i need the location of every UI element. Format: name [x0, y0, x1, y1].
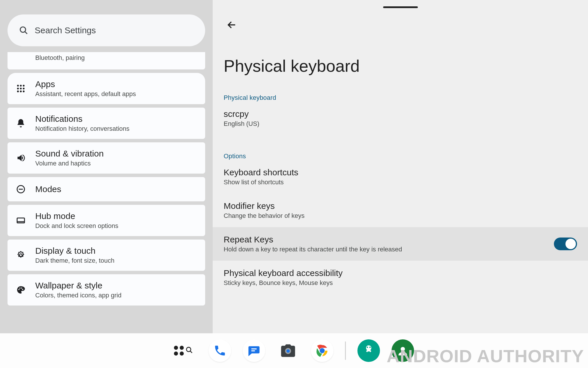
svg-line-1	[25, 32, 27, 34]
sidebar-item-subtitle: Assistant, recent apps, default apps	[35, 90, 136, 98]
drag-handle[interactable]	[383, 6, 418, 8]
bell-icon	[16, 118, 26, 128]
svg-line-22	[190, 351, 192, 353]
sidebar-item-sound[interactable]: Sound & vibration Volume and haptics	[8, 142, 205, 174]
search-icon	[186, 346, 193, 355]
repeat-keys-toggle[interactable]	[554, 238, 577, 250]
brightness-icon	[16, 250, 26, 260]
magisk-icon	[362, 344, 375, 357]
sidebar-item-subtitle: Bluetooth, pairing	[35, 54, 85, 62]
arrow-back-icon	[227, 20, 237, 30]
svg-point-16	[18, 289, 20, 290]
svg-point-9	[20, 91, 22, 92]
settings-detail-pane: Physical keyboard Physical keyboard scrc…	[213, 0, 588, 333]
svg-point-5	[17, 88, 19, 89]
svg-point-8	[17, 91, 19, 92]
messages-icon	[247, 344, 261, 357]
dock-icon	[16, 216, 26, 225]
taskbar: ANDROID AUTHORITY	[0, 333, 588, 368]
all-apps-button[interactable]	[174, 346, 193, 356]
pref-title: Modifier keys	[224, 201, 577, 211]
svg-point-21	[186, 347, 191, 352]
back-button[interactable]	[224, 17, 240, 33]
svg-point-17	[19, 288, 21, 289]
sidebar-item-subtitle: Volume and haptics	[35, 160, 104, 167]
sidebar-item-hub-mode[interactable]: Hub mode Dock and lock screen options	[8, 205, 205, 236]
dock-app-camera[interactable]	[277, 339, 299, 362]
chrome-icon	[314, 342, 331, 359]
pref-subtitle: Change the behavior of keys	[224, 212, 577, 220]
svg-point-4	[23, 85, 25, 87]
sidebar-item-wallpaper[interactable]: Wallpaper & style Colors, themed icons, …	[8, 274, 205, 306]
dnd-icon	[16, 184, 26, 194]
sidebar-item-subtitle: Dark theme, font size, touch	[35, 257, 114, 264]
pref-subtitle: English (US)	[224, 120, 577, 128]
dock-app-chrome[interactable]	[311, 339, 333, 362]
sidebar-item-apps[interactable]: Apps Assistant, recent apps, default app…	[8, 73, 205, 104]
sidebar-item-modes[interactable]: Modes	[8, 177, 205, 201]
svg-point-15	[19, 254, 22, 256]
pref-subtitle: Hold down a key to repeat its character …	[224, 246, 546, 253]
svg-point-2	[17, 85, 19, 87]
pref-title: Physical keyboard accessibility	[224, 268, 577, 278]
sidebar-item-label: Modes	[35, 184, 61, 194]
svg-point-0	[20, 27, 26, 32]
page-title: Physical keyboard	[224, 56, 577, 76]
sidebar-item-label: Display & touch	[35, 246, 114, 256]
sidebar-item-subtitle: Dock and lock screen options	[35, 222, 118, 230]
pref-modifier-keys[interactable]: Modifier keys Change the behavior of key…	[224, 194, 577, 227]
apps-grid-icon	[174, 346, 184, 356]
sidebar-item-connected-devices-trailing[interactable]: Bluetooth, pairing	[8, 52, 205, 69]
phone-icon	[214, 344, 226, 357]
pref-subtitle: Sticky keys, Bounce keys, Mouse keys	[224, 279, 577, 287]
pref-keyboard-shortcuts[interactable]: Keyboard shortcuts Show list of shortcut…	[224, 160, 577, 194]
svg-point-7	[23, 88, 25, 89]
svg-rect-24	[251, 350, 255, 351]
dock-app-messages[interactable]	[243, 339, 265, 362]
volume-icon	[16, 153, 26, 163]
pref-subtitle: Show list of shortcuts	[224, 179, 577, 186]
sidebar-item-label: Hub mode	[35, 211, 118, 221]
dock-app-phone[interactable]	[209, 339, 231, 362]
pref-repeat-keys[interactable]: Repeat Keys Hold down a key to repeat it…	[213, 227, 588, 261]
sidebar-item-notifications[interactable]: Notifications Notification history, conv…	[8, 108, 205, 139]
svg-point-26	[286, 349, 290, 353]
svg-point-6	[20, 88, 22, 89]
dock-separator	[345, 341, 346, 360]
watermark: ANDROID AUTHORITY	[387, 346, 584, 366]
dock-app-magisk[interactable]	[357, 339, 380, 362]
pref-keyboard-device[interactable]: scrcpy English (US)	[224, 102, 577, 135]
pref-title: scrcpy	[224, 109, 577, 119]
sidebar-item-label: Wallpaper & style	[35, 281, 121, 290]
svg-point-10	[23, 91, 25, 92]
svg-rect-23	[251, 348, 257, 349]
apps-icon	[16, 84, 26, 93]
svg-point-3	[20, 85, 22, 87]
svg-rect-13	[17, 218, 25, 223]
sidebar-item-subtitle: Notification history, conversations	[35, 125, 129, 133]
settings-list: Bluetooth, pairing Apps Assistant, recen…	[8, 52, 205, 327]
svg-point-18	[21, 288, 22, 289]
camera-icon	[280, 342, 296, 359]
sidebar-item-label: Notifications	[35, 114, 129, 124]
svg-point-19	[22, 289, 23, 290]
pref-title: Keyboard shortcuts	[224, 168, 577, 177]
sidebar-item-subtitle: Colors, themed icons, app grid	[35, 292, 121, 299]
pref-physical-keyboard-a11y[interactable]: Physical keyboard accessibility Sticky k…	[224, 261, 577, 294]
pref-title: Repeat Keys	[224, 235, 546, 244]
palette-icon	[16, 285, 26, 295]
sidebar-item-label: Sound & vibration	[35, 149, 104, 159]
sidebar-item-label: Apps	[35, 79, 136, 89]
search-placeholder: Search Settings	[35, 25, 96, 35]
section-label: Physical keyboard	[224, 94, 577, 102]
search-icon	[19, 26, 28, 35]
section-label: Options	[224, 152, 577, 160]
settings-sidebar: Search Settings Bluetooth, pairing Apps …	[0, 0, 213, 333]
sidebar-item-display[interactable]: Display & touch Dark theme, font size, t…	[8, 240, 205, 271]
search-input[interactable]: Search Settings	[8, 14, 205, 46]
